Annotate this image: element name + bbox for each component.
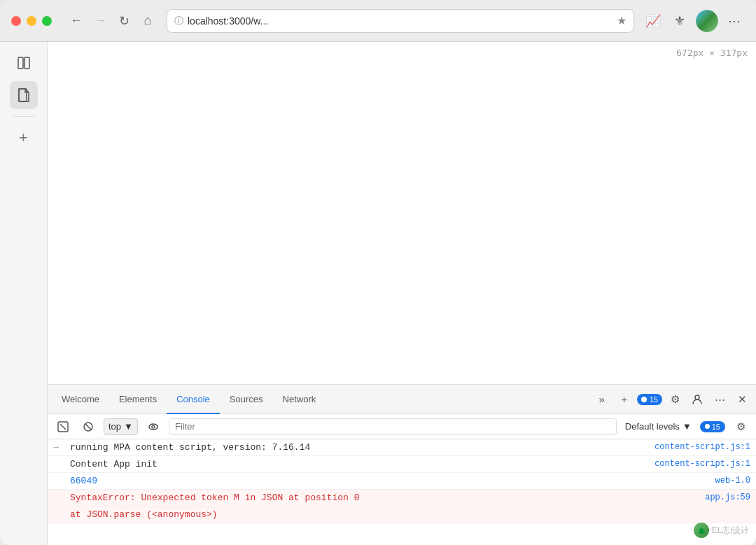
default-levels-selector[interactable]: Default levels ▼ (622, 418, 694, 435)
sidebar: + (0, 42, 48, 545)
svg-rect-1 (24, 57, 29, 69)
console-text-2: Content App init (70, 459, 649, 469)
add-sidebar-button[interactable]: + (10, 124, 38, 152)
badge-dot-sm (705, 424, 710, 429)
tab-elements[interactable]: Elements (109, 385, 167, 414)
devtools-toolbar-icons: » + 15 ⚙ ⋯ ✕ (592, 385, 752, 413)
address-bar[interactable]: ⓘ localhost:3000/w... ★ (167, 9, 634, 33)
badge-dot-icon (641, 397, 647, 402)
devtools-profile-icon[interactable] (687, 390, 707, 409)
devtools-close-icon[interactable]: ✕ (732, 390, 752, 409)
clear-console-button[interactable] (53, 417, 73, 437)
levels-chevron: ▼ (682, 421, 692, 432)
dimensions-label: 672px × 317px (676, 48, 748, 58)
console-row-1: → running MPA content script, version: 7… (48, 439, 756, 456)
console-text-3[interactable]: 66049 (70, 476, 710, 486)
info-icon: ⓘ (174, 15, 183, 27)
tab-welcome[interactable]: Welcome (52, 385, 109, 414)
avatar-image (696, 10, 718, 32)
content-area: 672px × 317px Welcome Elements Console S… (48, 42, 756, 545)
avatar[interactable] (696, 10, 718, 32)
default-levels-label: Default levels (625, 421, 680, 432)
devtools-settings-icon[interactable]: ⚙ (665, 390, 685, 409)
devtools-tabs: Welcome Elements Console Sources Network… (48, 385, 756, 414)
context-label: top (108, 421, 121, 432)
svg-point-9 (152, 425, 155, 428)
reload-button[interactable]: ↻ (113, 10, 134, 31)
console-source-2[interactable]: content-script.js:1 (654, 459, 750, 469)
context-selector[interactable]: top ▼ (104, 418, 138, 435)
console-text-1: running MPA content script, version: 7.1… (70, 442, 649, 453)
console-text-5: at JSON.parse (<anonymous>) (70, 509, 745, 520)
console-source-3[interactable]: web-1.0 (715, 476, 750, 486)
svg-line-7 (85, 423, 92, 430)
nav-buttons: ← → ↻ ⌂ (66, 10, 158, 31)
add-panel-icon[interactable]: + (615, 390, 634, 409)
minimize-button[interactable] (27, 16, 36, 26)
tab-spacer (326, 385, 592, 413)
console-row-2: Content App init content-script.js:1 (48, 456, 756, 473)
block-icon-button[interactable] (78, 417, 98, 437)
toolbar-right: 📈 ⚜ ⋯ (643, 10, 745, 32)
svg-point-8 (149, 424, 158, 430)
svg-rect-0 (18, 57, 23, 69)
console-settings-icon[interactable]: ⚙ (731, 417, 750, 437)
watermark: 🌲 EL志i设计 (694, 523, 749, 538)
console-row-3: 66049 web-1.0 (48, 473, 756, 490)
back-button[interactable]: ← (66, 10, 87, 31)
tab-sources[interactable]: Sources (220, 385, 273, 414)
context-chevron: ▼ (124, 421, 133, 432)
url-text: localhost:3000/w... (188, 15, 612, 27)
devtools-more-icon[interactable]: ⋯ (710, 390, 729, 409)
menu-icon[interactable]: ⋯ (724, 10, 745, 31)
devtools-panel: Welcome Elements Console Sources Network… (48, 384, 756, 545)
console-badge-count: 15 (712, 423, 720, 431)
console-row-4: SyntaxError: Unexpected token M in JSON … (48, 490, 756, 507)
sidebar-panel-toggle[interactable] (10, 49, 38, 77)
extensions-icon[interactable]: ⚜ (669, 10, 690, 31)
arrow-icon-1: → (53, 442, 64, 453)
filter-input[interactable] (169, 418, 617, 435)
bookmark-star-icon[interactable]: ★ (617, 14, 626, 27)
forward-button[interactable]: → (90, 10, 111, 31)
svg-point-3 (695, 395, 699, 399)
close-button[interactable] (11, 16, 21, 26)
console-badge[interactable]: 15 (700, 421, 725, 432)
svg-line-5 (60, 424, 66, 430)
badge-count: 15 (650, 395, 658, 404)
console-source-4[interactable]: app.js:59 (705, 493, 750, 502)
document-sidebar-icon[interactable] (10, 81, 38, 109)
browser-viewport: 672px × 317px (48, 42, 756, 384)
console-row-5: at JSON.parse (<anonymous>) (48, 507, 756, 523)
maximize-button[interactable] (42, 16, 52, 26)
watermark-text: EL志i设计 (712, 525, 749, 537)
console-output[interactable]: → running MPA content script, version: 7… (48, 439, 756, 545)
title-bar: ← → ↻ ⌂ ⓘ localhost:3000/w... ★ 📈 ⚜ ⋯ (0, 0, 756, 42)
tab-console[interactable]: Console (167, 385, 220, 414)
console-toolbar: top ▼ Default levels ▼ 15 (48, 414, 756, 439)
sidebar-divider (13, 116, 34, 117)
traffic-lights (11, 16, 52, 26)
tab-network[interactable]: Network (273, 385, 326, 414)
more-tabs-icon[interactable]: » (592, 390, 612, 409)
eye-icon-button[interactable] (144, 417, 163, 437)
main-area: + 672px × 317px Welcome Elements Console (0, 42, 756, 545)
watermark-logo: 🌲 (694, 523, 709, 538)
console-source-1[interactable]: content-script.js:1 (654, 442, 750, 452)
home-button[interactable]: ⌂ (137, 10, 158, 31)
error-badge[interactable]: 15 (637, 394, 662, 405)
trending-icon[interactable]: 📈 (643, 10, 664, 31)
console-text-4: SyntaxError: Unexpected token M in JSON … (70, 493, 699, 503)
